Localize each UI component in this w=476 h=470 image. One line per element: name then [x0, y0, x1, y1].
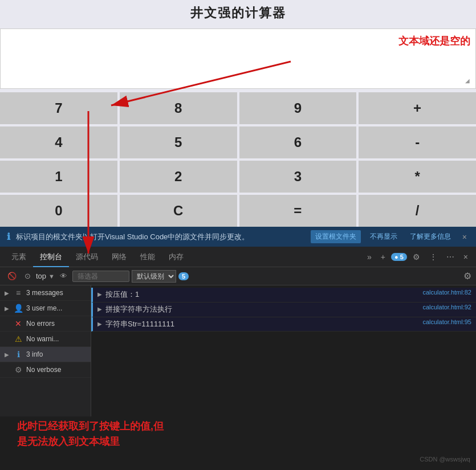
log-expand-icon[interactable]: ▶ — [97, 289, 102, 297]
expand-arrow: ▶ — [5, 352, 10, 358]
toolbar-right: ⚙ — [463, 271, 471, 281]
sidebar-item-label: 3 user me... — [26, 304, 62, 312]
log-text: 拼接字符串方法执行 — [105, 304, 416, 316]
calc-btn-btn-clear[interactable]: C — [120, 195, 237, 227]
tab-console[interactable]: 控制台 — [33, 247, 69, 267]
level-badge: 5 — [178, 272, 189, 280]
console-filter-input[interactable] — [72, 271, 129, 282]
calc-btn-btn-5[interactable]: 5 — [120, 126, 237, 158]
tab-elements[interactable]: 元素 — [5, 247, 33, 267]
eye-filter-button[interactable]: 👁 — [57, 270, 70, 282]
calc-btn-btn-9[interactable]: 9 — [239, 92, 357, 124]
bottom-annotation-text: 此时已经获取到了按键上的值,但 是无法放入到文本域里 — [17, 419, 164, 449]
sidebar-icon: 👤 — [14, 304, 23, 313]
learn-more-button[interactable]: 了解更多信息 — [406, 230, 454, 243]
devtools-more-button[interactable]: ⋯ — [443, 250, 458, 264]
calculator-display-wrapper: ◢ — [0, 28, 476, 89]
top-context-label: top — [36, 272, 46, 280]
calculator-section: 井文强的计算器 ◢ 文本域还是空的 789+456-123*0C=/ — [0, 0, 476, 227]
info-bar-icon: ℹ — [7, 231, 10, 242]
expand-arrow: ▶ — [5, 305, 10, 312]
sidebar-item-3_info[interactable]: ▶ ℹ 3 info — [0, 347, 91, 362]
console-log-item: ▶ 字符串Str=11111111 calculator.html:95 — [91, 317, 476, 332]
calc-btn-btn-6[interactable]: 6 — [239, 126, 357, 158]
console-toolbar: 🚫 ⊙ top ▼ 👁 默认级别 5 ⚙ — [0, 267, 476, 285]
set-root-folder-button[interactable]: 设置根文件夹 — [311, 230, 361, 243]
sidebar-item-label: 3 info — [26, 350, 43, 358]
level-selector[interactable]: 默认级别 — [132, 270, 176, 283]
add-tab-button[interactable]: + — [377, 250, 389, 264]
csdn-watermark: CSDN @wswsjwq — [420, 456, 470, 463]
sidebar-item-label: 3 messages — [26, 289, 63, 297]
sidebar-item-label: No errors — [26, 320, 55, 328]
sidebar-item-3_user_me...[interactable]: ▶ 👤 3 user me... — [0, 301, 91, 316]
console-log-item: ▶ 拼接字符串方法执行 calculator.html:92 — [91, 303, 476, 317]
sidebar-item-3_messages[interactable]: ▶ ≡ 3 messages — [0, 285, 91, 301]
console-settings-icon[interactable]: ⚙ — [463, 271, 471, 281]
calc-btn-btn-8[interactable]: 8 — [120, 92, 237, 124]
log-expand-icon[interactable]: ▶ — [97, 304, 102, 312]
toolbar-left: 🚫 ⊙ top ▼ 👁 默认级别 5 — [5, 270, 189, 283]
sidebar-item-label: No verbose — [26, 366, 61, 374]
log-expand-icon[interactable]: ▶ — [97, 318, 102, 327]
sidebar-icon: ≡ — [14, 288, 23, 297]
info-bar: ℹ 标识项目的根文件夹以打开Visual Studio Code中的源文件并同步… — [0, 227, 476, 247]
clear-console-button[interactable]: 🚫 — [5, 270, 19, 282]
sidebar-icon: ✕ — [14, 319, 23, 328]
log-text: 按压值：1 — [105, 289, 416, 301]
calculator-buttons: 789+456-123*0C=/ — [0, 92, 476, 227]
calc-btn-btn-3[interactable]: 3 — [239, 161, 357, 193]
annotation-line1: 此时已经获取到了按键上的值,但 — [17, 419, 164, 434]
sidebar-item-No_errors[interactable]: ✕ No errors — [0, 316, 91, 332]
calc-btn-btn-1[interactable]: 1 — [0, 161, 117, 193]
calc-btn-btn-plus[interactable]: + — [359, 92, 476, 124]
sidebar-icon: ⚠ — [14, 334, 23, 344]
more-tabs-button[interactable]: » — [364, 250, 375, 264]
info-bar-close-button[interactable]: × — [460, 232, 469, 242]
tab-performance[interactable]: 性能 — [133, 247, 162, 267]
log-source-link[interactable]: calculator.html:95 — [416, 318, 471, 325]
console-log-item: ▶ 按压值：1 calculator.html:82 — [91, 288, 476, 303]
sidebar-item-label: No warni... — [26, 335, 59, 343]
sidebar-icon: ℹ — [14, 350, 23, 359]
top-dropdown-icon[interactable]: ▼ — [48, 273, 55, 280]
calc-btn-btn-divide[interactable]: / — [359, 195, 476, 227]
annotation-line2: 是无法放入到文本域里 — [17, 434, 164, 449]
sidebar-item-No_warni...[interactable]: ⚠ No warni... — [0, 332, 91, 347]
tab-memory[interactable]: 内存 — [162, 247, 190, 267]
calc-btn-btn-minus[interactable]: - — [359, 126, 476, 158]
console-main: ▶ 按压值：1 calculator.html:82 ▶ 拼接字符串方法执行 c… — [91, 285, 476, 416]
log-text: 字符串Str=11111111 — [105, 318, 416, 330]
resize-handle: ◢ — [465, 77, 470, 84]
calculator-display[interactable] — [1, 29, 475, 86]
devtools-settings-button[interactable]: ⚙ — [409, 250, 424, 264]
console-badge: ● 5 — [391, 253, 407, 261]
calc-btn-btn-4[interactable]: 4 — [0, 126, 117, 158]
devtools-profile-button[interactable]: ⋮ — [426, 250, 441, 264]
calc-btn-btn-0[interactable]: 0 — [0, 195, 117, 227]
sidebar-icon: ⚙ — [14, 365, 23, 374]
calc-btn-btn-multiply[interactable]: * — [359, 161, 476, 193]
console-content: ▶ ≡ 3 messages ▶ 👤 3 user me... ✕ No err… — [0, 285, 476, 416]
tab-network[interactable]: 网络 — [105, 247, 133, 267]
devtools-close-button[interactable]: × — [460, 250, 471, 264]
devtools-tabs-bar: 元素 控制台 源代码 网络 性能 内存 » + ● 5 ⚙ ⋮ ⋯ × — [0, 247, 476, 267]
log-source-link[interactable]: calculator.html:82 — [416, 289, 471, 296]
inspect-button[interactable]: ⊙ — [22, 270, 34, 282]
tab-source[interactable]: 源代码 — [69, 247, 105, 267]
calc-btn-btn-equals[interactable]: = — [239, 195, 357, 227]
info-bar-text: 标识项目的根文件夹以打开Visual Studio Code中的源文件并同步更改… — [16, 232, 305, 242]
calculator-title: 井文强的计算器 — [0, 0, 476, 28]
log-source-link[interactable]: calculator.html:92 — [416, 304, 471, 310]
calc-btn-btn-2[interactable]: 2 — [120, 161, 237, 193]
expand-arrow: ▶ — [5, 290, 10, 296]
bottom-annotation: 此时已经获取到了按键上的值,但 是无法放入到文本域里 CSDN @wswsjwq — [0, 416, 476, 465]
dont-show-again-button[interactable]: 不再显示 — [367, 230, 401, 243]
sidebar-item-No_verbose[interactable]: ⚙ No verbose — [0, 362, 91, 378]
calc-btn-btn-7[interactable]: 7 — [0, 92, 117, 124]
console-sidebar: ▶ ≡ 3 messages ▶ 👤 3 user me... ✕ No err… — [0, 285, 91, 416]
